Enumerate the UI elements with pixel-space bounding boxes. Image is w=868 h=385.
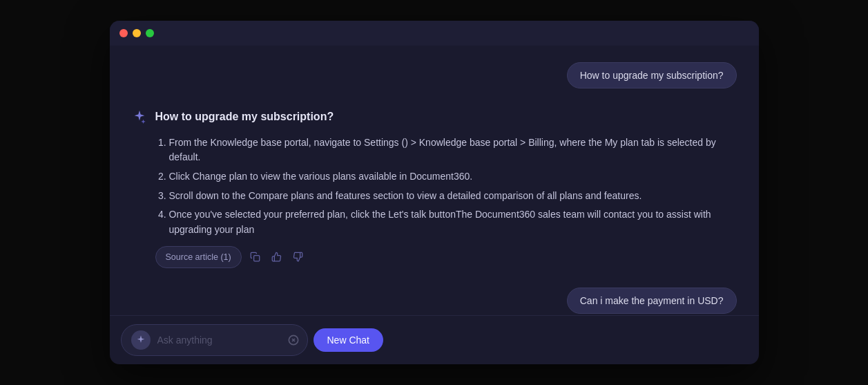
- minimize-dot[interactable]: [133, 29, 141, 37]
- close-dot[interactable]: [119, 29, 128, 37]
- chat-input[interactable]: [157, 335, 278, 346]
- copy-button-1[interactable]: [247, 249, 263, 265]
- user-message-2: Can i make the payment in USD?: [567, 288, 737, 314]
- user-message-1: How to upgrade my subscription?: [567, 62, 737, 88]
- input-avatar-icon: [131, 330, 151, 350]
- list-item-3: Scroll down to the Compare plans and fea…: [169, 189, 737, 204]
- chat-window: How to upgrade my subscription? How to u…: [110, 21, 759, 364]
- titlebar: [110, 21, 759, 46]
- clear-input-button[interactable]: [285, 332, 302, 348]
- list-item-1: From the Knowledge base portal, navigate…: [169, 135, 737, 165]
- assistant-icon: [132, 109, 147, 124]
- thumbs-up-button-1[interactable]: [269, 249, 284, 265]
- source-row-1: Source article (1): [155, 246, 737, 268]
- svg-rect-0: [253, 256, 259, 261]
- bottom-row: New Chat: [121, 324, 748, 356]
- assistant-content-1: How to upgrade my subscription? From the…: [155, 108, 737, 268]
- thumbs-down-button-1[interactable]: [290, 249, 306, 265]
- maximize-dot[interactable]: [146, 29, 154, 37]
- assistant-message-1: How to upgrade my subscription? From the…: [132, 108, 737, 268]
- chat-body: How to upgrade my subscription? How to u…: [110, 46, 759, 315]
- new-chat-button[interactable]: New Chat: [314, 328, 383, 352]
- list-item-2: Click Change plan to view the various pl…: [169, 169, 737, 185]
- input-bar: New Chat: [110, 315, 759, 364]
- input-wrapper: [121, 324, 308, 356]
- source-badge-1[interactable]: Source article (1): [155, 246, 242, 268]
- assistant-list-1: From the Knowledge base portal, navigate…: [155, 135, 737, 238]
- list-item-4: Once you've selected your preferred plan…: [169, 207, 737, 237]
- assistant-heading-1: How to upgrade my subscription?: [155, 108, 737, 126]
